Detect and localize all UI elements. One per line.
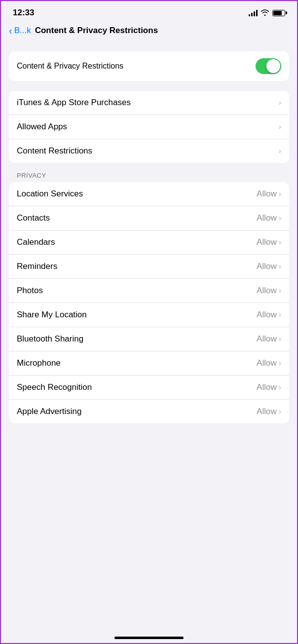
bluetooth-sharing-value: Allow [257, 334, 277, 344]
contacts-value: Allow [257, 213, 277, 223]
apple-advertising-label: Apple Advertising [17, 407, 81, 417]
allowed-apps-right: › [279, 122, 281, 131]
share-my-location-value: Allow [257, 310, 277, 320]
calendars-right: Allow › [257, 237, 281, 247]
status-icons [249, 9, 285, 17]
status-time: 12:33 [13, 8, 34, 18]
content-restrictions-right: › [279, 147, 281, 155]
microphone-value: Allow [257, 358, 277, 368]
back-chevron-icon: ‹ [9, 26, 12, 36]
privacy-section-header: PRIVACY [1, 168, 297, 182]
bluetooth-sharing-label: Bluetooth Sharing [17, 334, 83, 344]
toggle-thumb [266, 59, 280, 73]
speech-recognition-row[interactable]: Speech Recognition Allow › [9, 375, 289, 399]
contacts-label: Contacts [17, 213, 50, 223]
reminders-chevron-icon: › [279, 262, 281, 271]
microphone-chevron-icon: › [279, 359, 281, 368]
bluetooth-sharing-right: Allow › [257, 334, 281, 344]
speech-recognition-value: Allow [257, 382, 277, 392]
location-services-chevron-icon: › [279, 189, 281, 198]
calendars-chevron-icon: › [279, 238, 281, 247]
back-label: B...k [14, 26, 31, 36]
apple-advertising-chevron-icon: › [279, 407, 281, 416]
content-restrictions-row[interactable]: Content Restrictions › [9, 139, 289, 163]
main-toggle-group: Content & Privacy Restrictions [9, 51, 289, 81]
signal-icon [249, 9, 258, 16]
location-services-row[interactable]: Location Services Allow › [9, 182, 289, 206]
content-privacy-label: Content & Privacy Restrictions [17, 62, 123, 71]
content-restrictions-label: Content Restrictions [17, 146, 92, 156]
reminders-row[interactable]: Reminders Allow › [9, 254, 289, 278]
share-my-location-label: Share My Location [17, 310, 87, 320]
nav-bar: ‹ B...k Content & Privacy Restrictions [1, 22, 297, 41]
photos-right: Allow › [257, 286, 281, 296]
itunes-chevron-icon: › [279, 98, 281, 107]
itunes-right: › [279, 98, 281, 107]
itunes-row[interactable]: iTunes & App Store Purchases › [9, 91, 289, 114]
allowed-apps-row[interactable]: Allowed Apps › [9, 114, 289, 139]
photos-chevron-icon: › [279, 286, 281, 295]
speech-recognition-right: Allow › [257, 382, 281, 392]
apple-advertising-right: Allow › [257, 407, 281, 417]
contacts-row[interactable]: Contacts Allow › [9, 206, 289, 230]
microphone-label: Microphone [17, 358, 61, 368]
back-button[interactable]: ‹ B...k [9, 26, 31, 36]
content-restrictions-chevron-icon: › [279, 147, 281, 155]
bluetooth-sharing-row[interactable]: Bluetooth Sharing Allow › [9, 327, 289, 351]
photos-value: Allow [257, 286, 277, 296]
battery-icon [272, 10, 285, 16]
calendars-row[interactable]: Calendars Allow › [9, 230, 289, 254]
reminders-label: Reminders [17, 262, 57, 271]
location-services-label: Location Services [17, 189, 83, 199]
speech-recognition-chevron-icon: › [279, 383, 281, 392]
reminders-right: Allow › [257, 262, 281, 271]
content-privacy-toggle[interactable] [256, 58, 281, 74]
location-services-value: Allow [257, 189, 277, 199]
calendars-value: Allow [257, 237, 277, 247]
general-settings-group: iTunes & App Store Purchases › Allowed A… [9, 91, 289, 163]
share-my-location-right: Allow › [257, 310, 281, 320]
apple-advertising-row[interactable]: Apple Advertising Allow › [9, 399, 289, 423]
page-title: Content & Privacy Restrictions [35, 26, 158, 36]
privacy-settings-group: Location Services Allow › Contacts Allow… [9, 182, 289, 423]
bluetooth-sharing-chevron-icon: › [279, 335, 281, 343]
contacts-chevron-icon: › [279, 214, 281, 223]
allowed-apps-chevron-icon: › [279, 122, 281, 131]
apple-advertising-value: Allow [257, 407, 277, 417]
speech-recognition-label: Speech Recognition [17, 382, 92, 392]
photos-row[interactable]: Photos Allow › [9, 278, 289, 303]
status-bar: 12:33 [1, 1, 297, 22]
microphone-row[interactable]: Microphone Allow › [9, 351, 289, 375]
share-my-location-row[interactable]: Share My Location Allow › [9, 303, 289, 327]
photos-label: Photos [17, 286, 43, 296]
calendars-label: Calendars [17, 237, 55, 247]
content-privacy-toggle-row[interactable]: Content & Privacy Restrictions [9, 51, 289, 81]
itunes-label: iTunes & App Store Purchases [17, 98, 131, 108]
reminders-value: Allow [257, 262, 277, 271]
microphone-right: Allow › [257, 358, 281, 368]
home-indicator [114, 637, 184, 639]
location-services-right: Allow › [257, 189, 281, 199]
wifi-icon [261, 9, 269, 17]
share-my-location-chevron-icon: › [279, 310, 281, 319]
allowed-apps-label: Allowed Apps [17, 122, 67, 132]
contacts-right: Allow › [257, 213, 281, 223]
